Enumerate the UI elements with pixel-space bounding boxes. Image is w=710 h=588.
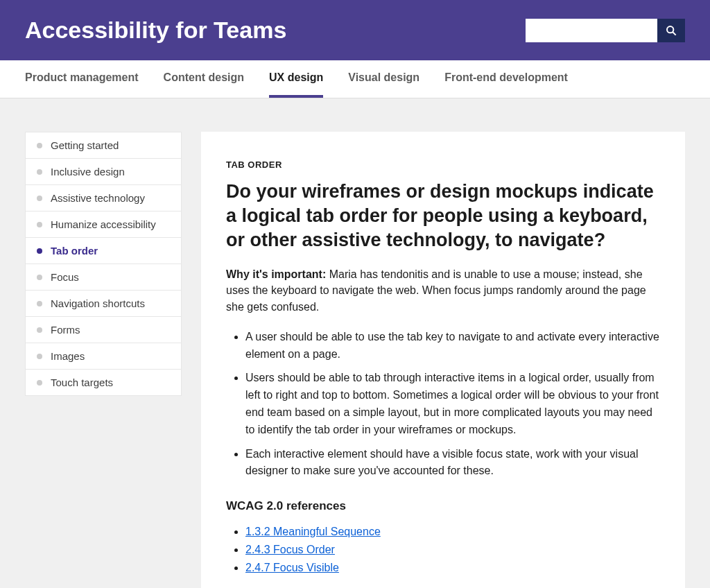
page-heading: Do your wireframes or design mockups ind… [226,180,660,252]
bullet-icon [37,354,42,359]
svg-point-0 [667,26,673,33]
sidebar-item-assistive-technology[interactable]: Assistive technology [26,185,181,211]
sidebar-item-inclusive-design[interactable]: Inclusive design [26,159,181,185]
sidebar-item-label: Getting started [51,139,119,151]
main-content: TAB ORDER Do your wireframes or design m… [201,132,685,588]
sidebar-item-tab-order[interactable]: Tab order [26,238,181,264]
nav-visual-design[interactable]: Visual design [348,60,419,98]
sidebar-item-label: Assistive technology [51,192,145,204]
reference-link[interactable]: 1.3.2 Meaningful Sequence [245,526,381,537]
sidebar-item-label: Forms [51,324,80,336]
sidebar-item-forms[interactable]: Forms [26,317,181,343]
search-icon [666,25,677,36]
search-form [526,19,685,42]
site-title[interactable]: Accessibility for Teams [25,17,286,44]
list-item: 2.4.7 Focus Visible [245,562,660,574]
bullet-icon [37,380,42,386]
guidelines-list: A user should be able to use the tab key… [245,329,660,480]
list-item: A user should be able to use the tab key… [245,329,660,363]
sidebar-item-label: Navigation shortcuts [51,297,145,309]
nav-product-management[interactable]: Product management [25,60,139,98]
list-item: 2.4.3 Focus Order [245,544,660,556]
list-item: 1.3.2 Meaningful Sequence [245,526,660,538]
section-nav: Getting started Inclusive design Assisti… [25,132,182,396]
sidebar-item-focus[interactable]: Focus [26,264,181,291]
sidebar-item-label: Humanize accessibility [51,218,156,230]
nav-ux-design[interactable]: UX design [269,60,323,98]
sidebar-item-label: Inclusive design [51,166,125,178]
sidebar-item-humanize-accessibility[interactable]: Humanize accessibility [26,211,181,238]
bullet-icon [37,301,42,306]
sidebar-item-images[interactable]: Images [26,343,181,370]
bullet-icon [37,248,42,254]
search-button[interactable] [657,19,685,42]
sidebar-item-label: Focus [51,271,79,283]
sidebar-item-label: Images [51,350,85,362]
list-item: Users should be able to tab through inte… [245,370,660,438]
sidebar-item-touch-targets[interactable]: Touch targets [26,370,181,395]
site-header: Accessibility for Teams [0,0,710,60]
svg-line-1 [673,32,676,35]
reference-link[interactable]: 2.4.7 Focus Visible [245,562,339,573]
bullet-icon [37,327,42,333]
nav-front-end-development[interactable]: Front-end development [444,60,568,98]
nav-content-design[interactable]: Content design [164,60,244,98]
bullet-icon [37,196,42,201]
sidebar-item-navigation-shortcuts[interactable]: Navigation shortcuts [26,291,181,317]
references-list: 1.3.2 Meaningful Sequence 2.4.3 Focus Or… [245,526,660,574]
sidebar-item-getting-started[interactable]: Getting started [26,132,181,159]
bullet-icon [37,169,42,175]
search-input[interactable] [526,19,657,42]
page-layout: Getting started Inclusive design Assisti… [0,98,710,588]
why-important: Why it's important: Maria has tendonitis… [226,266,660,315]
list-item: Each interactive element should have a v… [245,446,660,481]
reference-link[interactable]: 2.4.3 Focus Order [245,544,335,555]
bullet-icon [37,222,42,227]
bullet-icon [37,143,42,148]
bullet-icon [37,275,42,280]
eyebrow: TAB ORDER [226,159,660,170]
sidebar-item-label: Touch targets [51,377,113,388]
references-heading: WCAG 2.0 references [226,499,660,513]
sidebar-item-label: Tab order [51,245,98,257]
primary-nav: Product management Content design UX des… [0,60,710,98]
why-important-label: Why it's important: [226,268,326,280]
